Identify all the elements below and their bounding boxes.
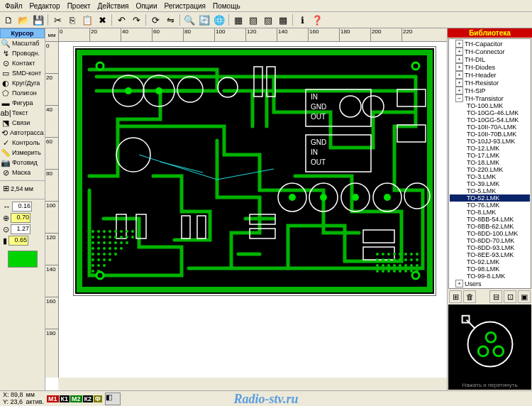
layers-2-button[interactable]: ▧: [246, 13, 260, 27]
prop-row-0[interactable]: ↔0.16: [1, 201, 43, 212]
layer-К1[interactable]: К1: [60, 395, 70, 402]
tree-item[interactable]: TO-8DD-100.LMK: [450, 230, 530, 237]
prop-row-3[interactable]: ▮0.65: [1, 235, 43, 246]
mirror-button[interactable]: ⇋: [163, 13, 177, 27]
pcb-viewport[interactable]: IN GND OUT GND IN OUT: [58, 41, 447, 378]
copy-button[interactable]: ⎘: [65, 13, 79, 27]
menu-действия[interactable]: Действия: [94, 2, 133, 10]
pad-tool[interactable]: ⊙Контакт: [0, 58, 45, 68]
tree-item[interactable]: TO-8EE-93.LMK: [450, 251, 530, 258]
menu-проект[interactable]: Проект: [64, 2, 94, 10]
tree-item[interactable]: TO-10GG-54.LMK: [450, 116, 530, 124]
prop-value-2[interactable]: 1.27: [11, 224, 31, 234]
redo-button[interactable]: ↷: [129, 13, 143, 27]
tree-toggle-icon[interactable]: +: [455, 48, 463, 55]
mask-tool[interactable]: ⊘Маска: [0, 168, 45, 177]
drc-tool[interactable]: ✓Контроль: [0, 138, 45, 148]
tree-cat-TH-Diodes[interactable]: +TH-Diodes: [450, 63, 530, 71]
tree-item[interactable]: TO-99-8.LMK: [450, 273, 530, 280]
lib-config-button[interactable]: ⊡: [504, 290, 516, 303]
tree-cat-TH-Connector[interactable]: +TH-Connector: [450, 48, 530, 55]
photoview-tool[interactable]: 📷Фотовид: [0, 158, 45, 168]
layer-М1[interactable]: М1: [47, 395, 59, 402]
paste-button[interactable]: 📋: [80, 13, 94, 27]
lib-prev-button[interactable]: ⊟: [489, 290, 502, 303]
tree-item[interactable]: TO-52.LMK: [450, 194, 530, 202]
undo-button[interactable]: ↶: [114, 13, 128, 27]
tree-item[interactable]: TO-39.LMK: [450, 180, 530, 187]
circle-tool[interactable]: ◐Круг/Дуга: [0, 78, 45, 88]
tree-item[interactable]: TO-220.LMK: [450, 166, 530, 173]
tree-toggle-icon[interactable]: +: [455, 79, 463, 87]
lib-delete-button[interactable]: 🗑: [463, 290, 476, 303]
tree-cat-TH-Header[interactable]: +TH-Header: [450, 71, 530, 79]
tree-item[interactable]: TO-8.LMK: [450, 209, 530, 216]
tree-cat-TH-Transistor[interactable]: −TH-Transistor: [450, 94, 530, 102]
prop-row-2[interactable]: ⊙1.27: [1, 224, 43, 235]
current-color-swatch[interactable]: [8, 251, 38, 268]
shape-tool[interactable]: ▬Фигура: [0, 98, 45, 108]
prop-value-3[interactable]: 0.65: [9, 236, 28, 246]
tree-toggle-icon[interactable]: −: [455, 94, 463, 102]
refresh-button[interactable]: 🔄: [197, 13, 211, 27]
tree-item[interactable]: TO-10II-70A.LMK: [450, 124, 530, 131]
track-tool[interactable]: ↯Проводн.: [0, 48, 45, 58]
tree-item[interactable]: TO-8BB-54.LMK: [450, 216, 530, 223]
autoroute-tool[interactable]: ⟲Автотрасса: [0, 128, 45, 138]
cut-button[interactable]: ✂: [50, 13, 65, 27]
tree-item[interactable]: TO-92.LMK: [450, 258, 530, 265]
prop-value-1[interactable]: 0.70: [11, 213, 31, 223]
help-button[interactable]: ❓: [310, 13, 324, 27]
layers-4-button[interactable]: ▩: [276, 13, 290, 27]
new-file-button[interactable]: 🗋: [1, 13, 16, 27]
tree-toggle-icon[interactable]: +: [455, 71, 463, 79]
tree-item[interactable]: TO-12.LMK: [450, 145, 530, 152]
status-toggle[interactable]: ◧: [105, 393, 121, 405]
tree-item[interactable]: TO-10II-70B.LMK: [450, 131, 530, 138]
tree-cat-TH-Resistor[interactable]: +TH-Resistor: [450, 79, 530, 87]
lib-next-button[interactable]: ▣: [518, 290, 531, 303]
menu-помощь[interactable]: Помощь: [209, 2, 244, 10]
zoom-button[interactable]: 🔍: [182, 13, 196, 27]
tree-cat-TH-DIL[interactable]: +TH-DIL: [450, 55, 530, 63]
zoom-tool[interactable]: 🔍Масштаб: [0, 38, 45, 48]
info-button[interactable]: ℹ: [295, 13, 309, 27]
tree-cat-TH-SIP[interactable]: +TH-SIP: [450, 87, 530, 94]
tree-toggle-icon[interactable]: +: [455, 40, 463, 48]
measure-tool[interactable]: 📏Измерить: [0, 148, 45, 158]
save-file-button[interactable]: 💾: [31, 13, 45, 27]
library-tree[interactable]: +TH-Capacitor+TH-Connector+TH-DIL+TH-Dio…: [448, 38, 531, 289]
menu-опции[interactable]: Опции: [132, 2, 160, 10]
scrollbar-h[interactable]: [58, 378, 447, 390]
cursor-header[interactable]: Курсор: [0, 28, 45, 38]
tree-users[interactable]: +Users: [450, 280, 530, 287]
tree-item[interactable]: TO-18.LMK: [450, 159, 530, 166]
layers-3-button[interactable]: ▨: [261, 13, 275, 27]
tree-item[interactable]: TO-76.LMK: [450, 202, 530, 209]
tree-item[interactable]: TO-8DD-93.LMK: [450, 244, 530, 251]
menu-редактор[interactable]: Редактор: [26, 2, 64, 10]
tree-item[interactable]: TO-5.LMK: [450, 187, 530, 194]
smd-tool[interactable]: ▭SMD-конт: [0, 68, 45, 78]
layer-Ф[interactable]: Ф: [94, 395, 102, 402]
polygon-tool[interactable]: ⬠Полигон: [0, 88, 45, 98]
tree-toggle-icon[interactable]: +: [455, 55, 463, 63]
tree-toggle-icon[interactable]: +: [455, 87, 463, 94]
prop-value-0[interactable]: 0.16: [12, 202, 32, 212]
tree-item[interactable]: TO-17.LMK: [450, 152, 530, 159]
tree-cat-TH-Capacitor[interactable]: +TH-Capacitor: [450, 40, 530, 48]
tree-item[interactable]: TO-10JJ-93.LMK: [450, 138, 530, 145]
tree-toggle-icon[interactable]: +: [455, 63, 463, 71]
tree-item[interactable]: TO-100.LMK: [450, 102, 530, 109]
layer-М2[interactable]: М2: [70, 395, 82, 402]
prop-row-1[interactable]: ⊕0.70: [1, 212, 43, 224]
tree-item[interactable]: TO-8DD-70.LMK: [450, 237, 530, 244]
lib-add-button[interactable]: ⊞: [449, 290, 462, 303]
menu-файл[interactable]: Файл: [1, 2, 26, 10]
delete-button[interactable]: ✖: [95, 13, 109, 27]
globe-button[interactable]: 🌐: [212, 13, 226, 27]
component-preview[interactable]: Нажать и перетянуть: [448, 304, 531, 390]
tree-item[interactable]: TO-98.LMK: [450, 265, 530, 273]
rotate-button[interactable]: ⟳: [148, 13, 162, 27]
tree-item[interactable]: TO-10GG-46.LMK: [450, 109, 530, 116]
